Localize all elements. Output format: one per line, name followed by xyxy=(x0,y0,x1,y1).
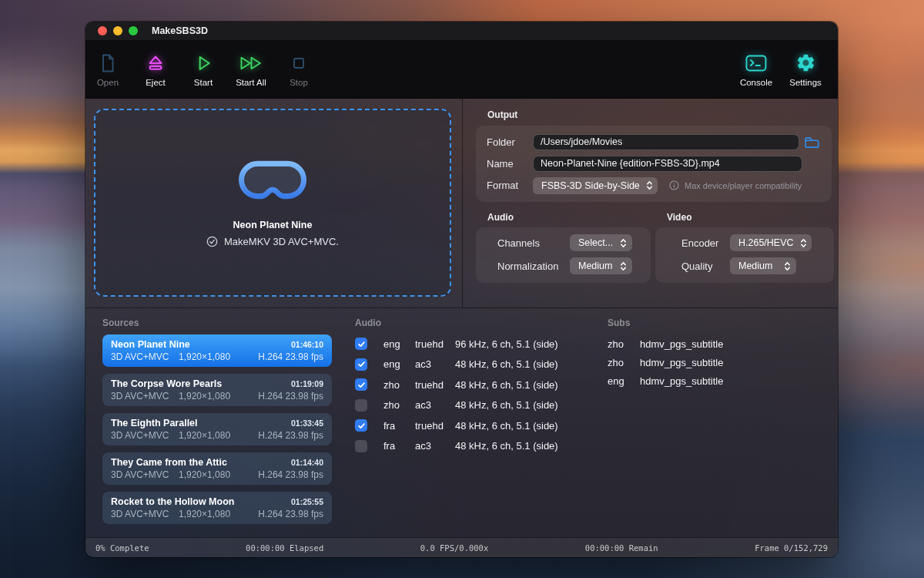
audio-track-codec: ac3 xyxy=(415,399,455,411)
sub-track-row: zho hdmv_pgs_subtitle xyxy=(608,353,838,371)
status-elapsed: 00:00:00 Elapsed xyxy=(246,543,323,553)
channels-select-value: Select... xyxy=(578,237,613,248)
source-row[interactable]: They Came from the Attic01:14:40 3D AVC+… xyxy=(102,452,332,485)
source-row[interactable]: The Corpse Wore Pearls01:19:09 3D AVC+MV… xyxy=(102,374,332,406)
minimize-button[interactable] xyxy=(113,26,122,35)
source-codec: H.264 23.98 fps xyxy=(258,351,323,362)
name-row: Name Neon-Planet-Nine {edition-FSBS-3D}.… xyxy=(487,156,821,172)
audio-track-lang: zho xyxy=(383,379,415,391)
audio-track-checkbox[interactable] xyxy=(355,338,367,350)
source-codec: H.264 23.98 fps xyxy=(258,430,323,441)
audio-track-lang: zho xyxy=(383,399,415,411)
dropzone-subtitle: MakeMKV 3D AVC+MVC. xyxy=(224,236,339,247)
zoom-button[interactable] xyxy=(129,26,138,35)
audio-track-checkbox[interactable] xyxy=(355,440,367,452)
channels-label: Channels xyxy=(497,237,570,249)
encoder-select-value: H.265/HEVC xyxy=(738,237,794,248)
console-button[interactable]: Console xyxy=(735,52,777,87)
normalization-select-value: Medium xyxy=(578,260,612,271)
browse-folder-button[interactable] xyxy=(802,134,821,150)
sub-track-codec: hdmv_pgs_subtitle xyxy=(640,357,723,368)
toolbar: Open Eject Start Start All Stop xyxy=(85,41,838,99)
format-select[interactable]: FSBS-3D Side-by-Side xyxy=(533,177,658,194)
open-button[interactable]: Open xyxy=(89,52,127,87)
name-label: Name xyxy=(487,158,533,170)
chevron-up-down-icon xyxy=(800,237,807,249)
status-remain: 00:00:00 Remain xyxy=(585,543,658,553)
dropzone[interactable]: Neon Planet Nine MakeMKV 3D AVC+MVC. xyxy=(94,109,451,297)
source-resolution: 1,920×1,080 xyxy=(179,391,230,402)
start-all-button[interactable]: Start All xyxy=(232,52,270,87)
open-label: Open xyxy=(97,78,119,87)
sources-list: Sources Neon Planet Nine01:46:10 3D AVC+… xyxy=(94,318,341,537)
audio-track-checkbox[interactable] xyxy=(355,358,367,371)
settings-button[interactable]: Settings xyxy=(785,52,826,87)
stop-label: Stop xyxy=(290,78,308,87)
audio-track-row: zho ac3 48 kHz, 6 ch, 5.1 (side) xyxy=(355,395,596,416)
start-label: Start xyxy=(194,78,213,87)
folder-field[interactable]: /Users/jdoe/Movies xyxy=(533,134,799,150)
source-title: Neon Planet Nine xyxy=(111,339,190,350)
vr-headset-icon xyxy=(239,159,306,201)
toolbar-right-group: Console Settings xyxy=(735,52,826,87)
stop-icon xyxy=(290,52,308,74)
close-button[interactable] xyxy=(98,26,107,35)
source-title: The Eighth Parallel xyxy=(111,418,198,428)
play-all-icon xyxy=(239,52,263,74)
terminal-icon xyxy=(745,52,767,74)
quality-select-value: Medium xyxy=(738,260,772,271)
encoder-label: Encoder xyxy=(681,237,730,249)
audio-track-row: fra ac3 48 kHz, 6 ch, 5.1 (side) xyxy=(355,436,596,457)
folder-icon xyxy=(804,136,820,150)
titlebar[interactable]: MakeSBS3D xyxy=(85,22,838,41)
document-icon xyxy=(99,52,117,74)
encoder-select[interactable]: H.265/HEVC xyxy=(730,234,812,251)
eject-button[interactable]: Eject xyxy=(136,52,175,87)
audio-track-codec: ac3 xyxy=(415,440,455,452)
sub-track-lang: zho xyxy=(608,338,640,350)
source-resolution: 1,920×1,080 xyxy=(179,509,230,519)
source-format: 3D AVC+MVC xyxy=(111,351,179,362)
encoder-row: Encoder H.265/HEVC xyxy=(663,234,826,251)
normalization-select[interactable]: Medium xyxy=(570,257,632,274)
source-format: 3D AVC+MVC xyxy=(111,430,179,441)
status-bar: 0% Complete 00:00:00 Elapsed 0.0 FPS/0.0… xyxy=(85,537,838,557)
audio-track-checkbox[interactable] xyxy=(355,419,367,432)
start-all-label: Start All xyxy=(236,78,266,87)
eject-label: Eject xyxy=(146,78,166,87)
normalization-label: Normalization xyxy=(497,260,570,272)
gear-icon xyxy=(795,52,816,74)
bottom-section: Sources Neon Planet Nine01:46:10 3D AVC+… xyxy=(85,308,838,537)
audio-track-checkbox[interactable] xyxy=(355,399,367,412)
subs-list: Subs zho hdmv_pgs_subtitle zho hdmv_pgs_… xyxy=(596,318,838,537)
source-codec: H.264 23.98 fps xyxy=(258,391,323,402)
status-frame: Frame 0/152,729 xyxy=(755,543,828,553)
sub-track-lang: zho xyxy=(608,357,640,368)
channels-select[interactable]: Select... xyxy=(570,234,632,251)
audio-track-lang: eng xyxy=(383,358,415,370)
video-settings-col: Video Encoder H.265/HEVC Quality xyxy=(655,212,834,283)
stop-button[interactable]: Stop xyxy=(280,52,318,87)
sources-header: Sources xyxy=(102,318,341,328)
sub-track-row: zho hdmv_pgs_subtitle xyxy=(608,334,838,353)
format-hint: Max device/player compatibility xyxy=(669,180,802,190)
source-codec: H.264 23.98 fps xyxy=(258,469,323,480)
quality-select[interactable]: Medium xyxy=(730,257,796,274)
source-row[interactable]: Rocket to the Hollow Moon01:25:55 3D AVC… xyxy=(102,492,332,524)
source-format: 3D AVC+MVC xyxy=(111,391,179,402)
check-circle-icon xyxy=(206,236,218,247)
source-row[interactable]: The Eighth Parallel01:33:45 3D AVC+MVC1,… xyxy=(102,413,332,445)
source-row[interactable]: Neon Planet Nine01:46:10 3D AVC+MVC1,920… xyxy=(102,334,332,367)
status-fps: 0.0 FPS/0.000x xyxy=(420,543,489,553)
audio-track-checkbox[interactable] xyxy=(355,378,367,391)
start-button[interactable]: Start xyxy=(184,52,223,87)
name-field[interactable]: Neon-Planet-Nine {edition-FSBS-3D}.mp4 xyxy=(533,156,802,172)
source-duration: 01:46:10 xyxy=(291,340,323,349)
audio-track-codec: truehd xyxy=(415,338,455,350)
chevron-up-down-icon xyxy=(620,237,627,249)
source-codec: H.264 23.98 fps xyxy=(258,509,323,519)
video-panel: Encoder H.265/HEVC Quality Medium xyxy=(655,227,834,283)
audio-track-codec: ac3 xyxy=(415,358,455,370)
audio-section-title: Audio xyxy=(487,212,651,223)
chevron-up-down-icon xyxy=(646,180,653,191)
